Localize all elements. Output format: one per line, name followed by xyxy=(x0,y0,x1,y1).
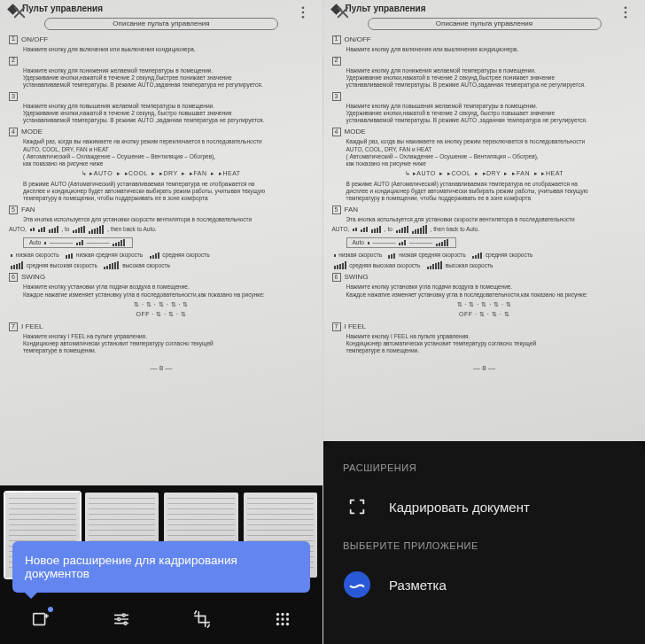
more-vert-icon[interactable] xyxy=(613,0,638,25)
svg-point-18 xyxy=(625,16,627,19)
crop-document-item[interactable]: Кадрировать документ xyxy=(323,478,645,535)
photo-preview[interactable]: Пульт управленияОписание пульта управлен… xyxy=(0,0,322,485)
svg-point-13 xyxy=(276,623,278,625)
sheet-section-label: РАСШИРЕНИЯ xyxy=(323,457,645,478)
svg-point-9 xyxy=(285,613,288,616)
sheet-item-label: Разметка xyxy=(389,578,447,593)
close-icon[interactable] xyxy=(7,0,32,25)
svg-point-8 xyxy=(281,613,284,616)
svg-point-12 xyxy=(285,617,288,620)
close-icon[interactable] xyxy=(330,0,355,25)
tooltip[interactable]: Новое расширение для кадрирования докуме… xyxy=(12,541,310,593)
photo-preview[interactable]: Пульт управленияОписание пульта управлен… xyxy=(323,0,645,441)
svg-rect-3 xyxy=(33,614,44,625)
extensions-sheet: РАСШИРЕНИЯ Кадрировать документ ВЫБЕРИТЕ… xyxy=(323,441,645,644)
crop-rotate-icon[interactable] xyxy=(184,601,220,637)
notification-dot xyxy=(48,607,53,612)
svg-point-4 xyxy=(122,614,125,617)
document-content: Пульт управленияОписание пульта управлен… xyxy=(325,4,644,373)
markup-item[interactable]: Разметка xyxy=(323,556,645,613)
tooltip-text: Новое расширение для кадрирования докуме… xyxy=(25,554,237,580)
crop-doc-icon xyxy=(343,493,371,521)
svg-point-1 xyxy=(302,12,305,14)
svg-point-16 xyxy=(625,6,627,9)
svg-point-0 xyxy=(302,6,305,9)
svg-point-2 xyxy=(302,16,305,19)
svg-point-15 xyxy=(285,623,288,625)
sheet-item-label: Кадрировать документ xyxy=(389,500,530,515)
markup-icon xyxy=(343,570,371,599)
svg-point-6 xyxy=(124,622,127,625)
document-content: Пульт управленияОписание пульта управлен… xyxy=(2,4,321,373)
svg-point-14 xyxy=(281,623,284,625)
sheet-section-label: ВЫБЕРИТЕ ПРИЛОЖЕНИЕ xyxy=(323,535,645,556)
tune-icon[interactable] xyxy=(104,601,139,637)
grid-icon[interactable] xyxy=(265,601,300,637)
svg-point-10 xyxy=(276,617,278,620)
svg-point-11 xyxy=(281,617,284,620)
enhance-icon[interactable] xyxy=(23,601,58,637)
svg-point-17 xyxy=(625,12,627,14)
more-vert-icon[interactable] xyxy=(291,0,315,25)
svg-point-7 xyxy=(276,613,278,616)
bottom-toolbar xyxy=(0,594,322,644)
svg-point-5 xyxy=(117,618,120,621)
